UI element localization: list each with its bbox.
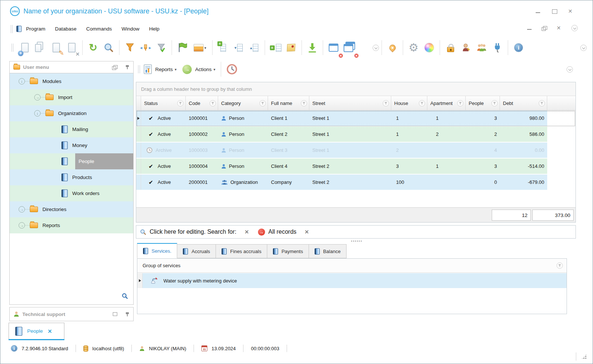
filter-funnel-icon[interactable] — [177, 100, 184, 106]
sidebar-item-work-orders[interactable]: Work orders — [10, 185, 133, 201]
menu-help[interactable]: Help — [149, 26, 160, 32]
reports-caret-icon[interactable]: ▾ — [175, 67, 176, 71]
pin-icon[interactable] — [125, 312, 130, 317]
column-header-full-name[interactable]: Full name — [268, 96, 309, 111]
expand-tree-icon[interactable]: ▾ — [231, 39, 246, 56]
delete-record-icon[interactable]: ✕ — [64, 39, 80, 56]
column-header-house[interactable]: House — [391, 96, 427, 111]
toolbar-collapse-chevron-icon[interactable] — [373, 45, 379, 51]
users-group-icon[interactable] — [474, 39, 490, 56]
tab-close-icon[interactable]: ✕ — [48, 328, 52, 334]
splitter-handle[interactable]: •••••• — [351, 239, 363, 243]
maximize-panel-icon[interactable] — [113, 312, 117, 316]
tab-payments[interactable]: Payments — [267, 244, 309, 258]
filter-funnel-icon[interactable] — [210, 100, 216, 106]
sidebar-item-modules[interactable]: ↓ Modules — [10, 73, 133, 89]
toolbar-grip[interactable] — [11, 25, 13, 33]
flag-icon[interactable] — [175, 39, 190, 56]
maximize-icon[interactable] — [552, 9, 557, 14]
expand-expander-icon[interactable]: → — [34, 94, 41, 100]
tab-fines-accruals[interactable]: Fines accruals — [216, 244, 267, 258]
grid-row-client-3[interactable]: Archive 1000003 Person Client 3 Street 1… — [136, 143, 576, 159]
active-filter-label[interactable]: All records — [268, 229, 297, 235]
mdi-restore-icon[interactable] — [542, 26, 547, 31]
tree-search-icon[interactable] — [122, 293, 128, 301]
services-row-water-supply[interactable]: Water supply with metering device — [137, 273, 567, 289]
collapse-expander-icon[interactable]: ↓ — [19, 78, 25, 84]
sidebar-item-people[interactable]: People — [10, 153, 133, 169]
filter-icon[interactable] — [122, 39, 138, 56]
tab-accruals[interactable]: Accruals — [177, 244, 216, 258]
clock-icon[interactable] — [226, 64, 237, 75]
tab-balance[interactable]: Balance — [309, 244, 347, 258]
info-icon[interactable]: i — [511, 39, 526, 56]
image-view-icon[interactable]: ▾ — [190, 39, 210, 56]
column-header-category[interactable]: Category — [218, 96, 268, 111]
plugin-icon[interactable] — [490, 39, 505, 56]
toolbar-expand-chevron-icon[interactable] — [580, 45, 587, 51]
panel-toolbar-grip[interactable] — [138, 65, 140, 73]
actions-button[interactable]: Actions — [195, 67, 211, 72]
close-window-icon[interactable]: ✕ — [326, 39, 341, 56]
filter-funnel-icon[interactable] — [259, 100, 266, 106]
sidebar-item-money[interactable]: Money — [10, 137, 133, 153]
technical-support-bar[interactable]: Technical support — [9, 307, 134, 321]
notes-icon[interactable] — [283, 39, 299, 56]
location-pin-icon[interactable] — [385, 39, 400, 56]
expand-expander-icon[interactable]: → — [19, 222, 25, 229]
mdi-minimize-icon[interactable] — [527, 26, 532, 31]
expand-expander-icon[interactable]: → — [19, 206, 25, 213]
sidebar-item-products[interactable]: Products — [10, 169, 133, 185]
float-panel-icon[interactable] — [112, 65, 117, 70]
toolbar-grip-2[interactable] — [12, 44, 13, 52]
grid-row-client-4[interactable]: Active 1000004 Person Client 4 Street 2 … — [136, 159, 576, 175]
lock-icon[interactable] — [443, 39, 458, 56]
filter-apply-icon[interactable] — [153, 39, 169, 56]
panel-chevron-icon[interactable] — [567, 66, 573, 73]
column-header-debt[interactable]: Debt — [500, 96, 547, 111]
reports-button[interactable]: Reports — [155, 67, 173, 72]
settings-gear-icon[interactable]: ⚙ — [406, 39, 421, 56]
column-header-code[interactable]: Code — [186, 96, 218, 111]
collapse-tree-icon[interactable]: ▴ — [246, 39, 262, 56]
filter-funnel-icon[interactable] — [491, 100, 498, 106]
search-edit-hint[interactable]: Click here for editing. Search for: — [150, 229, 236, 235]
grid-row-client-1[interactable]: Active 1000001 Person Client 1 Street 1 … — [136, 111, 576, 127]
user-permissions-icon[interactable] — [458, 39, 474, 56]
sidebar-item-mailing[interactable]: Mailing — [10, 121, 133, 137]
sidebar-item-import[interactable]: → Import — [10, 89, 133, 105]
menu-commands[interactable]: Commands — [86, 26, 112, 32]
refresh-icon[interactable]: ↻ — [85, 39, 101, 56]
close-all-windows-icon[interactable]: ✕ — [341, 39, 357, 56]
filter-funnel-icon[interactable] — [539, 100, 545, 106]
menubar-chevron-icon[interactable] — [571, 25, 578, 31]
group-by-panel[interactable]: Drag a column header here to group by th… — [136, 82, 576, 96]
minimize-icon[interactable] — [535, 9, 541, 14]
appearance-colors-icon[interactable] — [421, 39, 437, 56]
column-header-people[interactable]: People — [466, 96, 500, 111]
add-table-icon[interactable]: + — [268, 39, 283, 56]
column-header-street[interactable]: Street — [309, 96, 391, 111]
filter-funnel-icon[interactable] — [383, 100, 389, 106]
grid-row-company[interactable]: Active 2000001 Organization Company Stre… — [136, 175, 576, 191]
filter-funnel-icon[interactable] — [457, 100, 463, 106]
copy-record-icon[interactable] — [33, 39, 48, 56]
sidebar-item-directories[interactable]: → Directories — [10, 201, 133, 217]
services-column-header[interactable]: Group of services — [137, 259, 567, 273]
column-header-status[interactable]: Status — [141, 96, 186, 111]
edit-record-icon[interactable]: ✎ — [48, 39, 64, 56]
search-filter-bar[interactable]: Click here for editing. Search for: ✕ → … — [136, 225, 576, 239]
mdi-close-icon[interactable] — [557, 26, 562, 31]
actions-caret-icon[interactable]: ▾ — [214, 67, 216, 71]
sidebar-item-organization[interactable]: ↓ Organization — [10, 105, 133, 121]
column-header-apartment[interactable]: Apartment — [427, 96, 466, 111]
sidebar-item-reports[interactable]: → Reports — [10, 217, 133, 233]
search-icon[interactable] — [101, 39, 117, 56]
document-tab-people[interactable]: People ✕ — [9, 323, 64, 339]
filter-funnel-icon[interactable] — [557, 262, 563, 269]
close-icon[interactable] — [568, 9, 573, 14]
menu-database[interactable]: Database — [55, 26, 77, 32]
tab-services[interactable]: Services. — [137, 243, 177, 258]
export-download-icon[interactable] — [305, 39, 320, 56]
grid-row-client-2[interactable]: Active 1000002 Person Client 2 Street 1 … — [136, 127, 576, 143]
